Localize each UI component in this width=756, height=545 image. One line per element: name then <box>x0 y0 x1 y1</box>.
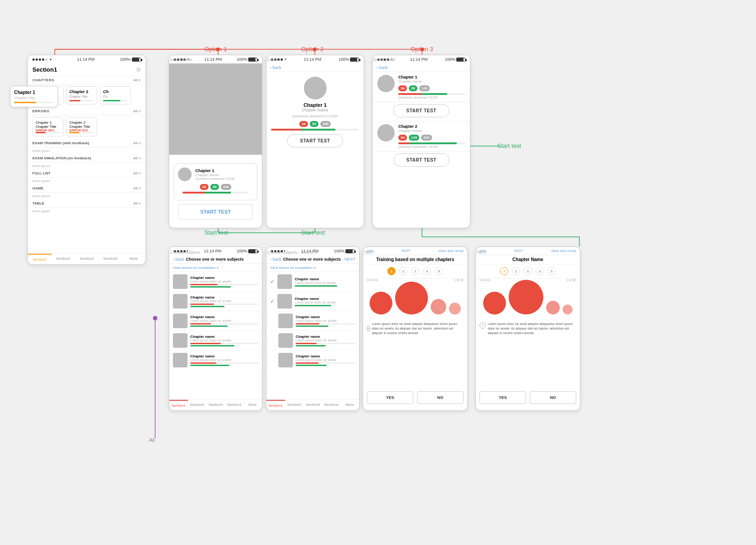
err2-title: Chapter 2 <box>69 121 94 125</box>
chapters-all[interactable]: All > <box>133 78 141 82</box>
test2-step-1[interactable]: ? <box>500 267 508 275</box>
choose1-lorem-1: Lorem ipsum dolor sic amete <box>190 280 258 283</box>
choose2-next[interactable]: NEXT <box>344 257 355 262</box>
choose1-thumb-5 <box>173 353 188 367</box>
test1-step-2[interactable]: 2 <box>399 267 407 275</box>
choose1-tab3[interactable]: Section3 <box>206 400 225 410</box>
tab-section4[interactable]: Section4 <box>99 254 122 264</box>
tab-more[interactable]: More <box>122 254 146 264</box>
action-badge-red: 34 <box>200 184 209 190</box>
action-start-test-btn[interactable]: START TEST <box>178 204 253 220</box>
choose1-back[interactable]: ‹ back <box>173 257 184 262</box>
choose2-item-1[interactable]: ✓ Chapter name Lorem ipsum dolor sic ame… <box>266 272 359 292</box>
dscroll-back[interactable]: ‹ back <box>376 65 388 70</box>
choose2-thumb-3 <box>278 314 293 328</box>
choose2-tab4[interactable]: Section4 <box>322 400 341 410</box>
test1-step-1[interactable]: 1 <box>387 267 396 275</box>
detail-start-test-btn[interactable]: START TEST <box>287 134 344 147</box>
detail-time: 11:14 PM <box>304 57 322 62</box>
tab-section1[interactable]: Section1 <box>28 254 52 264</box>
test1-count: 1 di 30 <box>454 278 464 282</box>
test2-step-5[interactable]: 5 <box>547 267 556 275</box>
choose2-thumb-2 <box>277 294 292 309</box>
choose1-filter[interactable]: View based on completion ∨ <box>169 264 262 272</box>
choose2-tab1[interactable]: Section1 <box>266 400 285 410</box>
test2-step-4[interactable]: 4 <box>536 267 544 275</box>
test1-step-3[interactable]: 3 <box>411 267 419 275</box>
exam-sim-all[interactable]: All > <box>133 156 141 160</box>
test1-save[interactable]: save and recap <box>438 249 464 253</box>
test1-step-5[interactable]: 5 <box>435 267 443 275</box>
test2-yes-btn[interactable]: YES <box>480 391 526 404</box>
choose1-item-4[interactable]: Chapter name Lorem ipsum dolor sic amete <box>169 331 262 351</box>
choose2-lorem-4: Lorem ipsum dolor sic amete <box>296 339 355 342</box>
choose2-tab2[interactable]: Section2 <box>285 400 304 410</box>
choose1-item-3[interactable]: Chapter name Lorem ipsum dolor sic amete <box>169 311 262 331</box>
test2-bubble-2 <box>509 280 543 314</box>
dscroll-ch1-avatar <box>377 75 395 92</box>
detail-ch-name: Chapter 1 <box>266 102 364 108</box>
test1-answer-row: YES NO <box>363 388 467 407</box>
test2-label-outside: TEST <box>476 250 487 255</box>
dscroll-ch1-start-btn[interactable]: START TEST <box>393 104 450 117</box>
error-card-1[interactable]: Chapter 1 Chapter Title ERROR 40% <box>32 117 63 136</box>
test2-bubble-area <box>476 283 580 319</box>
dscroll-ch2-sub: Chapter Name <box>398 129 465 133</box>
detail-back[interactable]: ‹ back <box>270 65 282 70</box>
choose1-item-5[interactable]: Chapter name Lorem ipsum dolor sic amete <box>169 351 262 370</box>
section1-header: Section1 ⚙ <box>28 63 146 76</box>
start-test-label-2: Start test <box>301 229 325 236</box>
detail-badge-green: 39 <box>310 121 318 127</box>
choose1-thumb-2 <box>173 294 188 309</box>
choose1-tab2[interactable]: Section2 <box>188 400 207 410</box>
test2-answer-row: YES NO <box>476 388 580 407</box>
choose2-nav: ‹ back Choose one or more subjects NEXT <box>266 255 359 264</box>
choose2-lorem-2: Lorem ipsum dolor sic amete <box>295 301 355 304</box>
errors-section-header: ERRORS All > <box>28 107 146 115</box>
choose1-tab4[interactable]: Section4 <box>225 400 244 410</box>
dscroll-ch2-start-btn[interactable]: START TEST <box>393 153 450 167</box>
test2-no-btn[interactable]: NO <box>530 391 576 404</box>
tab-section3[interactable]: Section3 <box>75 254 99 264</box>
chapter-card-3[interactable]: Ch Ch <box>100 86 131 105</box>
choose2-tab5[interactable]: More <box>340 400 359 410</box>
game-all[interactable]: All > <box>133 186 141 190</box>
choose2-back[interactable]: ‹ back <box>270 257 282 262</box>
choose1-item-1[interactable]: Chapter name Lorem ipsum dolor sic amete <box>169 272 262 292</box>
test1-no-btn[interactable]: NO <box>417 391 464 404</box>
choose1-tab1[interactable]: Section1 <box>169 400 188 410</box>
settings-icon[interactable]: ⚙ <box>136 67 141 73</box>
test2-save[interactable]: save and recap <box>551 249 576 253</box>
action-badge-green: 39 <box>210 184 219 190</box>
choose2-item-2[interactable]: ✓ Chapter name Lorem ipsum dolor sic ame… <box>266 292 359 311</box>
choose2-item-4[interactable]: Chapter name Lorem ipsum dolor sic amete <box>266 331 359 351</box>
choose2-tab3[interactable]: Section3 <box>303 400 322 410</box>
dscroll-ch2: Chapter 2 Chapter Name 34 139 200 Questi… <box>373 121 470 152</box>
small-chapter-card[interactable]: Chapter 1 Chapter Title <box>10 86 58 107</box>
errors-all[interactable]: All > <box>133 109 141 113</box>
choose1-tab5[interactable]: More <box>243 400 262 410</box>
choose2-item-5[interactable]: Chapter name Lorem ipsum dolor sic amete <box>266 351 359 370</box>
choose2-item-3[interactable]: Chapter name Lorem ipsum dolor sic amete <box>266 311 359 331</box>
err1-pct: ERROR 40% <box>36 129 60 132</box>
error-card-2[interactable]: Chapter 2 Chapter Title ERROR 41% <box>66 117 97 136</box>
exam-training-all[interactable]: All > <box>133 141 141 145</box>
full-list-lorem: lorem ipsum <box>28 178 146 184</box>
chapter-card-2[interactable]: Chapter 2 Chapter Title <box>66 86 97 105</box>
test2-step-2[interactable]: 2 <box>512 267 520 275</box>
choose1-thumb-3 <box>173 314 188 328</box>
action-card[interactable]: Chapter 1 Chapter Name Questions answere… <box>174 163 257 200</box>
table-all[interactable]: All > <box>133 201 141 205</box>
choose1-item-2[interactable]: Chapter name Lorem ipsum dolor sic amete <box>169 292 262 311</box>
test2-step-3[interactable]: 3 <box>524 267 532 275</box>
detail-nav: ‹ back <box>266 63 364 72</box>
test2-title: Chapter Name <box>476 255 580 264</box>
tab-section2[interactable]: Section2 <box>52 254 75 264</box>
dscroll-ch2-gray: 200 <box>421 135 432 141</box>
test1-step-4[interactable]: 4 <box>423 267 431 275</box>
choose2-filter[interactable]: View based on completion ∨ <box>266 264 359 272</box>
full-list-all[interactable]: All > <box>133 171 141 175</box>
test1-yes-btn[interactable]: YES <box>367 391 413 404</box>
test1-steps: 1 2 3 4 5 <box>363 264 467 278</box>
detail-ch-sub: Chapter Name <box>266 108 364 112</box>
